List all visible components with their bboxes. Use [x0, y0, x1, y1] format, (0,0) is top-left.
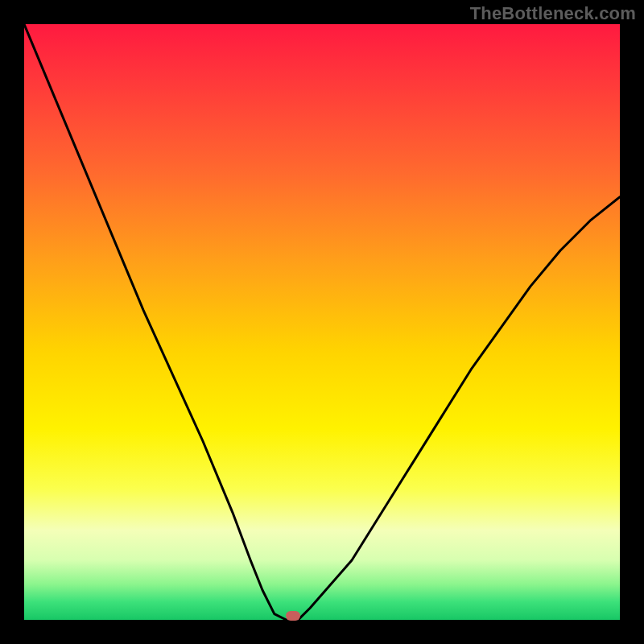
optimum-marker: [286, 611, 300, 621]
watermark-text: TheBottleneck.com: [470, 3, 636, 24]
chart-frame: TheBottleneck.com: [0, 0, 644, 644]
bottleneck-curve: [24, 24, 620, 620]
